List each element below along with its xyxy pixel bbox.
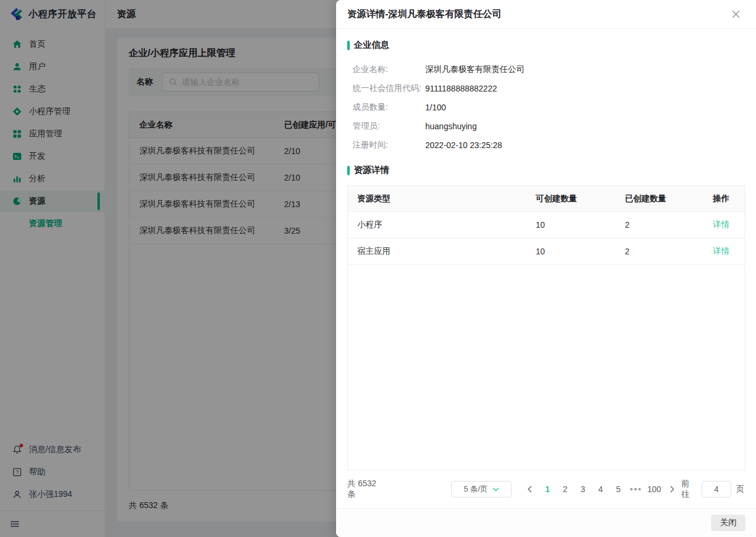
app-window: 小程序开放平台 首页 用户 生态 [0, 0, 756, 537]
prev-page-icon[interactable] [523, 481, 536, 497]
field-member-count: 成员数量: 1/100 [347, 98, 745, 117]
field-label: 成员数量: [353, 102, 425, 113]
column-header-actions: 操作 [712, 194, 745, 204]
column-header-creatable: 可创建数量 [536, 194, 625, 204]
field-value: 2022-02-10 23:25:28 [425, 140, 502, 150]
goto-label: 前往 [681, 479, 697, 500]
close-icon[interactable] [730, 8, 742, 20]
resource-type-cell: 宿主应用 [348, 246, 536, 257]
table-row: 宿主应用 10 2 详情 [348, 238, 745, 265]
pagination-bar: 共 6532 条 5 条/页 1 2 3 4 5 ••• [347, 470, 745, 508]
field-admin: 管理员: huangshuying [347, 117, 745, 136]
resource-table: 资源类型 可创建数量 已创建数量 操作 小程序 10 2 详情 宿主应用 10 … [347, 185, 745, 470]
created-count-cell: 2 [625, 220, 712, 230]
goto-unit: 页 [736, 484, 744, 495]
modal-title: 资源详情-深圳凡泰极客有限责任公司 [347, 8, 501, 21]
chevron-down-icon [493, 487, 499, 492]
column-header-created: 已创建数量 [625, 194, 712, 204]
resource-table-header: 资源类型 可创建数量 已创建数量 操作 [348, 186, 745, 212]
created-count-cell: 2 [625, 247, 712, 256]
modal-footer: 关闭 [336, 508, 756, 537]
more-pages-icon[interactable]: ••• [630, 481, 643, 497]
resource-detail-modal: 资源详情-深圳凡泰极客有限责任公司 企业信息 企业名称: 深圳凡泰极客有限责任公… [336, 0, 756, 537]
goto-page-group: 前往 页 [681, 479, 745, 500]
resource-type-cell: 小程序 [348, 220, 536, 230]
next-page-icon[interactable] [666, 481, 679, 497]
creatable-count-cell: 10 [536, 247, 625, 256]
page-list: 1 2 3 4 5 ••• 100 [521, 481, 681, 497]
field-label: 统一社会信用代码: [353, 83, 425, 94]
field-value: 9111188888882222 [425, 84, 497, 93]
page-size-value: 5 条/页 [464, 484, 487, 495]
resource-detail-section-title: 资源详情 [347, 165, 745, 176]
section-title-text: 资源详情 [354, 165, 389, 176]
field-label: 注册时间: [353, 140, 425, 150]
field-label: 管理员: [353, 121, 425, 132]
field-value: huangshuying [425, 122, 477, 131]
page-size-select[interactable]: 5 条/页 [451, 481, 511, 497]
section-accent-bar [347, 166, 350, 175]
pagination-total: 共 6532 条 [347, 479, 386, 500]
page-number-1[interactable]: 1 [541, 481, 554, 497]
page-number-5[interactable]: 5 [612, 481, 625, 497]
detail-link[interactable]: 详情 [713, 220, 729, 229]
detail-link[interactable]: 详情 [713, 246, 729, 256]
close-button[interactable]: 关闭 [711, 515, 745, 531]
field-value: 深圳凡泰极客有限责任公司 [425, 64, 524, 75]
field-value: 1/100 [425, 103, 446, 112]
field-register-time: 注册时间: 2022-02-10 23:25:28 [347, 136, 745, 155]
modal-body: 企业信息 企业名称: 深圳凡泰极客有限责任公司 统一社会信用代码: 911118… [336, 29, 756, 508]
goto-page-input[interactable] [702, 481, 731, 497]
page-number-2[interactable]: 2 [559, 481, 572, 497]
page-number-100[interactable]: 100 [647, 481, 661, 497]
section-accent-bar [347, 41, 350, 50]
modal-header: 资源详情-深圳凡泰极客有限责任公司 [336, 0, 756, 29]
table-row: 小程序 10 2 详情 [348, 212, 745, 238]
company-info-section-title: 企业信息 [347, 40, 745, 51]
page-number-3[interactable]: 3 [576, 481, 589, 497]
page-number-4[interactable]: 4 [594, 481, 607, 497]
field-credit-code: 统一社会信用代码: 9111188888882222 [347, 79, 745, 98]
field-company-name: 企业名称: 深圳凡泰极客有限责任公司 [347, 60, 745, 79]
section-title-text: 企业信息 [354, 40, 389, 51]
field-label: 企业名称: [353, 64, 425, 75]
column-header-resource-type: 资源类型 [348, 194, 536, 204]
creatable-count-cell: 10 [536, 220, 625, 230]
